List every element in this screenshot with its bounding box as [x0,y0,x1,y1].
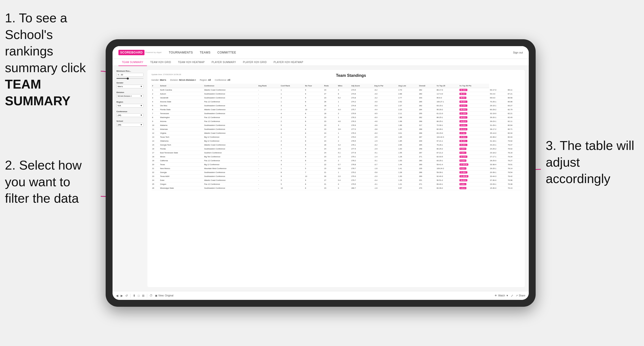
gender-select[interactable]: Men's ▼ [116,85,144,88]
gender-label: Gender [116,82,144,84]
conference-chevron: ▼ [140,114,142,116]
table-row: 2AuburnSoutheastern Conference-19276273.… [151,92,521,96]
filter-minimum-rounds: Minimum Rou... 4 – 30 [116,70,144,79]
col-avg-rank: Avg Rank [258,84,280,88]
tab-player-summary[interactable]: PLAYER SUMMARY [208,59,239,66]
view-original-label: View: Original [158,294,174,297]
subnav: TEAM SUMMARY TEAM H2H GRID TEAM H2H HEAT… [112,59,529,66]
add-icon[interactable]: ⊞ [142,294,144,297]
col-no-tour: No Tour [304,84,324,88]
panel-title: Team Standings [336,73,366,78]
nav-tournaments[interactable]: TOURNAMENTS [169,51,193,54]
conference-label: Conference [116,110,144,113]
top50-points-badge: 9-24-0 [460,148,466,150]
watch-button[interactable]: 👁 Watch ▼ [494,294,508,297]
conference-select[interactable]: (All) ▼ [116,113,144,117]
top50-points-badge: 30-4-0 [460,93,466,95]
table-row: 24DukeAtlantic Coast Conference-59270.42… [151,178,521,182]
tab-player-h2h-grid[interactable]: PLAYER H2H GRID [240,59,270,66]
table-row: 16FloridaSoutheastern Conference-79242.9… [151,147,521,151]
share-label: Share [519,294,525,297]
school-chevron: ▼ [140,124,142,126]
table-row: 23Texas A&MSoutheastern Conference-91030… [151,174,521,178]
minimum-rounds-input[interactable]: 4 – 30 [116,73,144,77]
sign-out-button[interactable]: Sign out [513,51,523,54]
table-row: 1North CarolinaAtlantic Coast Conference… [151,88,521,92]
conference-value: (All) [118,114,121,116]
bookmark-icon[interactable]: □ [138,294,140,297]
filter-division: Division NCAA Division I ▼ [116,91,144,98]
top50-points-badge: 30-15-1 [460,140,467,142]
toolbar-separator [130,294,130,298]
col-vs-top25: Vs Top 25 [436,84,459,88]
school-value: (All) [118,124,121,126]
bottom-toolbar: ◀ ▶ ↺ ⬆ □ ⊞ ⏱ ▣ View: Original 👁 Watch ▼… [112,291,529,300]
top50-points-badge: 13-24-1 [460,124,467,126]
tab-player-h2h-heatmap[interactable]: PLAYER H2H HEATMAP [270,59,307,66]
top50-points-badge: 15-32-2 [460,136,467,138]
resize-icon[interactable]: ⤢ [511,294,513,297]
top50-points-badge: 11-29-1 [460,171,467,173]
eye-icon: 👁 [494,294,497,297]
instruction-step3: 3. The table will adjust accordingly [546,137,639,187]
toolbar-separator-2 [147,294,147,298]
col-avg-par: Avg to Par [374,84,398,88]
table-row: 12VirginiaAtlantic Coast Conference-3824… [151,131,521,135]
top50-points-badge: 11-19-0 [460,112,467,115]
col-rank: # [151,84,160,88]
filter-region: Region N/A ▼ [116,101,144,108]
col-vs-top50: Vs Top 50 Pts [459,84,489,88]
share-small-icon[interactable]: ⬆ [133,294,136,297]
tablet-screen: SCOREBOARD Powered by clippd TOURNAMENTS… [112,46,529,300]
range-handle[interactable] [127,78,129,79]
right-panel: Update time: 27/03/2024 16:56:26 Team St… [148,70,525,287]
table-row: 13Texas TechBig 12 Conference-19272276.0… [151,135,521,139]
region-value: N/A [118,105,121,107]
col-rnds: Rnds [323,84,337,88]
top50-points-badge: 43-23-1 [460,101,467,103]
share-button[interactable]: ↗ Share [516,294,525,297]
panel-header: Update time: 27/03/2024 16:56:26 Team St… [151,73,521,81]
division-select[interactable]: NCAA Division I ▼ [116,94,144,98]
back-icon[interactable]: ◀ [116,294,118,297]
school-label: School [116,120,144,122]
division-value: NCAA Division I [118,95,132,97]
school-select[interactable]: (All) ▼ [116,123,144,127]
tab-team-summary[interactable]: TEAM SUMMARY [118,59,147,66]
scoreboard-logo: SCOREBOARD [118,50,144,55]
forward-icon[interactable]: ▶ [121,294,123,297]
col-conf-rank: Conf Rank [280,84,304,88]
top50-points-badge: 9-12-1 [460,167,466,170]
logo-area: SCOREBOARD Powered by clippd [118,50,162,55]
table-row: 9ArizonaPac-12 Conference-28234.6276.3-4… [151,120,521,123]
table-row: 26Mississippi StateSoutheastern Conferen… [151,186,521,190]
clock-icon[interactable]: ⏱ [150,294,152,297]
logo-subtitle: Powered by clippd [146,51,162,53]
view-original-button[interactable]: ▣ View: Original [155,294,174,297]
table-row: 14OklahomaBig 12 Conference-28242278.5-1… [151,139,521,143]
tab-team-h2h-heatmap[interactable]: TEAM H2H HEATMAP [174,59,208,66]
panel-filter-row: Gender: Men's Division: NCAA Division I … [151,79,521,81]
tab-team-h2h-grid[interactable]: TEAM H2H GRID [147,59,175,66]
max-value: 30 [121,74,123,76]
tablet-frame: SCOREBOARD Powered by clippd TOURNAMENTS… [106,39,536,307]
reload-icon[interactable]: ↺ [125,294,128,297]
region-label: Region [116,101,144,103]
table-row: 7TennesseeSoutheastern Conference-481822… [151,112,521,116]
range-track[interactable] [116,78,144,79]
table-row: 21New MexicoMountain West Conference-151… [151,167,521,171]
instruction-step2: 2. Select how you want to filter the dat… [5,157,82,207]
table-row: 6Florida StateAtlantic Coast Conference-… [151,108,521,112]
table-row: 11ArkansasSoutheastern Conference-68233.… [151,127,521,131]
navbar: SCOREBOARD Powered by clippd TOURNAMENTS… [112,46,529,59]
instruction-step1: 1. To see a School's rankings summary cl… [5,10,98,109]
col-overall: Overall [418,84,436,88]
table-row: 18IllinoisBig Ten Conference-19231.4279.… [151,155,521,159]
nav-teams[interactable]: TEAMS [200,51,210,54]
table-row: 15Georgia TechAtlantic Coast Conference-… [151,143,521,147]
table-row: 5Ole MissSoutheastern Conference-3618127… [151,104,521,108]
table-row: 4Arizona StatePac-12 Conference-18261274… [151,100,521,104]
region-select[interactable]: N/A ▼ [116,104,144,108]
nav-committee[interactable]: COMMITTEE [218,51,236,54]
nav-links: TOURNAMENTS TEAMS COMMITTEE [169,51,236,54]
